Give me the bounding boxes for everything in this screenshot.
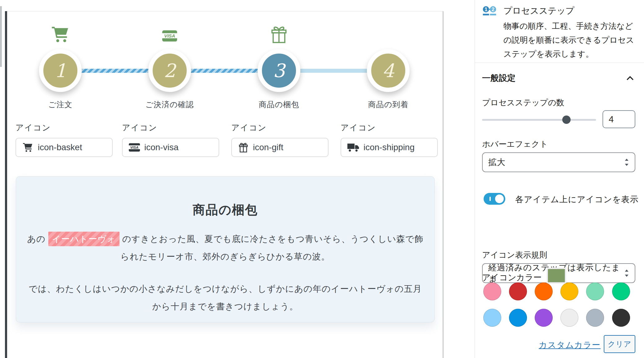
icon-basket-input[interactable]: icon-basket xyxy=(15,138,113,157)
sidebar-divider xyxy=(475,63,644,63)
clear-color-button[interactable]: クリア xyxy=(604,335,635,353)
svg-text:1: 1 xyxy=(485,7,487,12)
step-content-panel[interactable]: 商品の梱包 あの イーハトーヴォ のすきとおった風、夏でも底に冷たさをもつ青いそ… xyxy=(16,176,435,322)
highlighted-text: イーハトーヴォ xyxy=(48,232,120,246)
icon-color-label: アイコンカラー xyxy=(482,272,542,283)
select-arrows-icon xyxy=(624,269,629,277)
icon-rule-label: アイコン表示規則 xyxy=(482,250,547,260)
icon-visa-input[interactable]: VISA icon-visa xyxy=(122,138,219,157)
icon-color-swatch[interactable] xyxy=(548,269,565,282)
icon-field-label-3: アイコン xyxy=(231,122,267,133)
panel-paragraph-1: あの イーハトーヴォ のすきとおった風、夏でも底に冷たさをもつ青いそら、うつくし… xyxy=(27,230,424,266)
palette-color-purple[interactable] xyxy=(535,309,553,327)
palette-color-lightgray[interactable] xyxy=(560,309,578,327)
palette-color-gray[interactable] xyxy=(586,309,604,327)
block-card-title: プロセスステップ xyxy=(503,5,574,17)
steps-count-input[interactable]: 4 xyxy=(603,110,635,128)
icon-field-label-1: アイコン xyxy=(15,122,51,133)
visa-icon: VISA xyxy=(162,29,177,42)
show-icons-toggle[interactable] xyxy=(484,193,505,205)
cart-icon xyxy=(51,25,70,44)
gift-icon xyxy=(270,24,288,44)
step-circle-2[interactable]: 2 xyxy=(148,49,191,92)
process-step-block[interactable]: VISA 1 2 3 4 ご注文 ご決済の確認 商品の梱包 商品の到着 アイコン… xyxy=(7,11,443,358)
palette-color-lightgreen[interactable] xyxy=(586,282,604,300)
selected-block-outline xyxy=(5,11,7,358)
steps-count-label: プロセスステップの数 xyxy=(482,97,564,108)
palette-color-paleblue[interactable] xyxy=(483,309,501,327)
svg-text:VISA: VISA xyxy=(164,33,175,38)
hover-effect-value: 拡大 xyxy=(488,157,624,168)
icon-gift-input[interactable]: icon-gift xyxy=(231,138,329,157)
svg-text:VISA: VISA xyxy=(130,146,139,149)
visa-icon: VISA xyxy=(129,143,140,152)
step-label-1: ご注文 xyxy=(11,99,110,110)
toggle-on-indicator xyxy=(490,197,491,201)
icon-name-value: icon-visa xyxy=(144,142,178,152)
step-circle-3[interactable]: 3 xyxy=(258,49,300,92)
editor-left-rail xyxy=(0,6,2,67)
palette-color-red[interactable] xyxy=(509,282,527,300)
toggle-knob xyxy=(495,194,504,203)
icon-name-value: icon-basket xyxy=(38,142,82,152)
select-arrows-icon xyxy=(624,158,629,166)
palette-color-black[interactable] xyxy=(612,309,630,327)
icon-shipping-input[interactable]: icon-shipping xyxy=(341,138,438,157)
slider-thumb[interactable] xyxy=(562,116,571,124)
step-label-3: 商品の梱包 xyxy=(229,99,329,110)
block-settings-sidebar: 1 2 プロセスステップ 物事の順序、工程、手続き方法などの説明を順番に表示でき… xyxy=(475,0,644,358)
general-settings-header[interactable]: 一般設定 xyxy=(482,72,516,84)
step-number: 1 xyxy=(54,61,66,80)
hover-effect-select[interactable]: 拡大 xyxy=(482,152,635,172)
show-icons-toggle-label: 各アイテム上にアイコンを表示 xyxy=(515,194,638,205)
panel-paragraph-2: では、わたくしはいつかの小さなみだしをつけながら、しずかにあの年のイーハトーヴォ… xyxy=(27,280,424,316)
truck-icon xyxy=(347,143,359,152)
process-step-block-icon: 1 2 xyxy=(482,4,497,19)
icon-name-value: icon-gift xyxy=(253,142,283,152)
steps-count-slider[interactable] xyxy=(482,119,596,121)
step-label-2: ご決済の確認 xyxy=(120,99,219,110)
step-circle-1[interactable]: 1 xyxy=(39,49,82,92)
palette-color-green[interactable] xyxy=(612,282,630,300)
icon-name-value: icon-shipping xyxy=(363,142,415,152)
cart-icon xyxy=(22,142,33,153)
step-number: 3 xyxy=(273,61,285,80)
palette-color-amber[interactable] xyxy=(560,282,578,300)
icon-field-label-2: アイコン xyxy=(122,122,157,133)
chevron-up-icon[interactable] xyxy=(626,74,634,82)
hover-effect-label: ホバーエフェクト xyxy=(482,139,548,150)
svg-text:2: 2 xyxy=(492,7,494,12)
palette-color-pink[interactable] xyxy=(483,282,501,300)
gift-icon xyxy=(238,142,249,153)
step-label-4: 商品の到着 xyxy=(339,99,438,110)
icon-field-label-4: アイコン xyxy=(341,122,376,133)
step-circle-4[interactable]: 4 xyxy=(367,49,410,92)
block-card-description: 物事の順序、工程、手続き方法などの説明を順番に表示できるプロセスステップを表示し… xyxy=(503,19,635,61)
panel-title: 商品の梱包 xyxy=(16,201,434,218)
custom-color-link[interactable]: カスタムカラー xyxy=(539,339,601,351)
step-number: 4 xyxy=(382,61,394,80)
block-editor: { "canvas": { "steps": [ {"num":"1","lab… xyxy=(0,0,644,358)
palette-color-orange[interactable] xyxy=(535,282,553,300)
palette-color-blue[interactable] xyxy=(509,309,527,327)
step-number: 2 xyxy=(164,61,176,80)
